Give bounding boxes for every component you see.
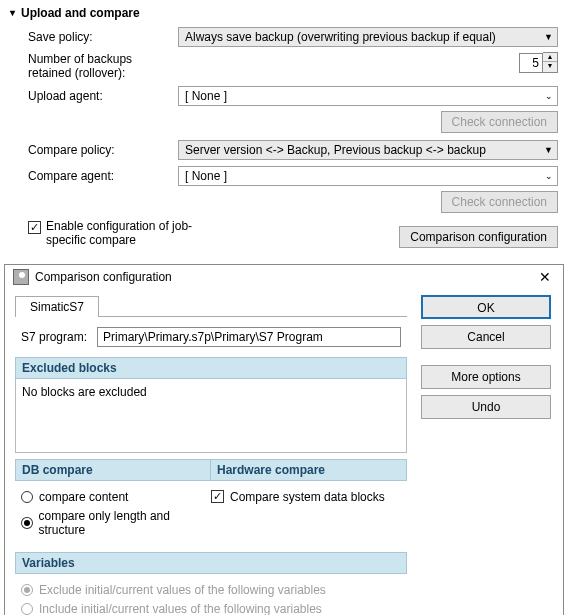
compare-agent-label: Compare agent: xyxy=(28,169,178,183)
comparison-configuration-dialog: Comparison configuration ✕ SimaticS7 S7 … xyxy=(4,264,564,615)
radio-icon xyxy=(21,517,33,529)
check-connection-button-compare: Check connection xyxy=(441,191,558,213)
checkbox-icon: ✓ xyxy=(211,490,224,503)
save-policy-value: Always save backup (overwriting previous… xyxy=(185,30,496,44)
excluded-blocks-body: No blocks are excluded xyxy=(15,379,407,453)
save-policy-label: Save policy: xyxy=(28,30,178,44)
db-compare-header: DB compare xyxy=(15,459,211,481)
spinner-up-icon[interactable]: ▲ xyxy=(543,53,557,62)
upload-agent-dropdown[interactable]: [ None ] ⌄ xyxy=(178,86,558,106)
undo-button[interactable]: Undo xyxy=(421,395,551,419)
hw-compare-checkbox[interactable]: ✓ Compare system data blocks xyxy=(211,490,401,504)
db-compare-content-label: compare content xyxy=(39,490,128,504)
excluded-blocks-header: Excluded blocks xyxy=(15,357,407,379)
checkbox-icon: ✓ xyxy=(28,221,41,234)
dialog-title: Comparison configuration xyxy=(35,270,172,284)
upload-agent-value: [ None ] xyxy=(185,89,227,103)
variables-exclude-radio: Exclude initial/current values of the fo… xyxy=(21,583,401,597)
section-header[interactable]: ▾ Upload and compare xyxy=(10,6,558,20)
cancel-button[interactable]: Cancel xyxy=(421,325,551,349)
variables-include-label: Include initial/current values of the fo… xyxy=(39,602,322,615)
variables-include-radio: Include initial/current values of the fo… xyxy=(21,602,401,615)
variables-exclude-label: Exclude initial/current values of the fo… xyxy=(39,583,326,597)
upload-agent-label: Upload agent: xyxy=(28,89,178,103)
db-compare-length-radio[interactable]: compare only length and structure xyxy=(21,509,211,537)
hw-compare-label: Compare system data blocks xyxy=(230,490,385,504)
check-connection-button-upload: Check connection xyxy=(441,111,558,133)
close-icon[interactable]: ✕ xyxy=(535,269,555,285)
chevron-down-icon: ▾ xyxy=(10,8,15,18)
db-compare-content-radio[interactable]: compare content xyxy=(21,490,211,504)
chevron-down-icon: ▼ xyxy=(544,32,553,42)
compare-policy-label: Compare policy: xyxy=(28,143,178,157)
hardware-compare-header: Hardware compare xyxy=(211,459,407,481)
variables-header: Variables xyxy=(15,552,407,574)
comparison-configuration-button[interactable]: Comparison configuration xyxy=(399,226,558,248)
compare-agent-dropdown[interactable]: [ None ] ⌄ xyxy=(178,166,558,186)
enable-config-checkbox[interactable]: ✓ Enable configuration of job-specific c… xyxy=(28,219,206,248)
chevron-down-icon: ⌄ xyxy=(545,171,553,181)
tab-simatics7[interactable]: SimaticS7 xyxy=(15,296,99,317)
radio-icon xyxy=(21,491,33,503)
ok-button[interactable]: OK xyxy=(421,295,551,319)
chevron-down-icon: ▼ xyxy=(544,145,553,155)
compare-policy-value: Server version <-> Backup, Previous back… xyxy=(185,143,486,157)
num-backups-label: Number of backups retained (rollover): xyxy=(28,52,178,81)
num-backups-input[interactable] xyxy=(519,53,543,73)
compare-agent-value: [ None ] xyxy=(185,169,227,183)
dialog-icon xyxy=(13,269,29,285)
save-policy-dropdown[interactable]: Always save backup (overwriting previous… xyxy=(178,27,558,47)
chevron-down-icon: ⌄ xyxy=(545,91,553,101)
section-title: Upload and compare xyxy=(21,6,140,20)
enable-config-label: Enable configuration of job-specific com… xyxy=(46,219,206,248)
more-options-button[interactable]: More options xyxy=(421,365,551,389)
radio-icon xyxy=(21,603,33,615)
s7-program-input[interactable] xyxy=(97,327,401,347)
spinner-down-icon[interactable]: ▼ xyxy=(543,62,557,72)
compare-policy-dropdown[interactable]: Server version <-> Backup, Previous back… xyxy=(178,140,558,160)
excluded-blocks-text: No blocks are excluded xyxy=(22,385,147,399)
radio-icon xyxy=(21,584,33,596)
num-backups-stepper[interactable]: ▲ ▼ xyxy=(519,52,558,73)
s7-program-label: S7 program: xyxy=(21,330,87,344)
db-compare-length-label: compare only length and structure xyxy=(39,509,212,537)
